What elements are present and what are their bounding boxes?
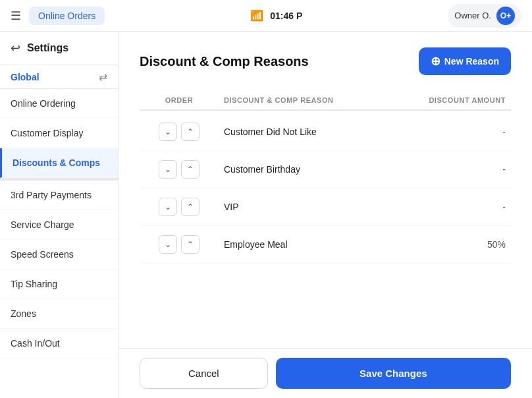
- sidebar-item-discounts-comps[interactable]: Discounts & Comps: [0, 148, 118, 178]
- order-up-btn-2[interactable]: ⌃: [181, 160, 200, 179]
- back-icon[interactable]: ↩: [11, 41, 20, 55]
- topbar-right: Owner O. O+: [448, 4, 521, 28]
- owner-name: Owner O.: [454, 11, 491, 20]
- discount-amount-3: -: [406, 202, 511, 212]
- online-orders-button[interactable]: Online Orders: [29, 7, 105, 25]
- order-down-btn-4[interactable]: ⌄: [159, 235, 177, 254]
- topbar-left: ☰ Online Orders: [11, 7, 105, 25]
- reason-name-4: Employee Meal: [219, 239, 406, 250]
- order-down-btn-2[interactable]: ⌄: [159, 160, 177, 179]
- sidebar-nav: Online Ordering Customer Display Discoun…: [0, 89, 118, 398]
- plus-circle-icon: ⊕: [431, 54, 440, 69]
- new-reason-label: New Reason: [444, 56, 499, 67]
- order-up-btn-1[interactable]: ⌃: [181, 123, 200, 141]
- sidebar-item-cash-in-out[interactable]: Cash In/Out: [0, 329, 118, 358]
- topbar: ☰ Online Orders 📶 01:46 P Owner O. O+: [0, 0, 532, 32]
- content-inner: Discount & Comp Reasons ⊕ New Reason ORD…: [119, 32, 532, 348]
- reason-name-3: VIP: [219, 202, 406, 212]
- col-reason-header: DISCOUNT & COMP REASON: [219, 96, 406, 104]
- sidebar-item-customer-display[interactable]: Customer Display: [0, 119, 118, 148]
- sidebar: ↩ Settings Global ⇄ Online Ordering Cust…: [0, 32, 119, 398]
- hamburger-icon[interactable]: ☰: [11, 9, 21, 23]
- discount-amount-1: -: [406, 127, 511, 137]
- order-controls-2: ⌄ ⌃: [140, 160, 219, 179]
- col-order-header: ORDER: [140, 96, 219, 104]
- order-controls-1: ⌄ ⌃: [140, 123, 219, 141]
- sidebar-header: ↩ Settings: [0, 32, 118, 65]
- tab-global[interactable]: Global: [11, 72, 40, 82]
- sidebar-item-3rd-party-payments[interactable]: 3rd Party Payments: [0, 181, 118, 210]
- main-layout: ↩ Settings Global ⇄ Online Ordering Cust…: [0, 32, 532, 398]
- sidebar-item-online-ordering[interactable]: Online Ordering: [0, 89, 118, 119]
- topbar-center: 📶 01:46 P: [250, 9, 302, 22]
- order-controls-4: ⌄ ⌃: [140, 235, 219, 254]
- order-down-btn-3[interactable]: ⌄: [159, 198, 177, 216]
- new-reason-button[interactable]: ⊕ New Reason: [419, 47, 511, 75]
- sidebar-item-tip-sharing[interactable]: Tip Sharing: [0, 270, 118, 299]
- order-up-btn-4[interactable]: ⌃: [181, 235, 200, 254]
- shuffle-icon[interactable]: ⇄: [99, 71, 107, 83]
- cancel-button[interactable]: Cancel: [140, 358, 268, 389]
- table-row: ⌄ ⌃ Customer Did Not Like -: [140, 113, 511, 151]
- table-row: ⌄ ⌃ VIP -: [140, 188, 511, 226]
- content-footer: Cancel Save Changes: [119, 348, 532, 398]
- sidebar-tabs: Global ⇄: [0, 65, 118, 89]
- wifi-icon: 📶: [250, 9, 263, 22]
- reason-name-1: Customer Did Not Like: [219, 127, 406, 137]
- table-row: ⌄ ⌃ Employee Meal 50%: [140, 226, 511, 264]
- discount-amount-4: 50%: [406, 239, 511, 250]
- col-amount-header: DISCOUNT AMOUNT: [406, 96, 511, 104]
- reason-name-2: Customer Birthday: [219, 164, 406, 175]
- order-up-btn-3[interactable]: ⌃: [181, 198, 200, 216]
- owner-avatar: O+: [496, 7, 515, 25]
- sidebar-title: Settings: [27, 42, 68, 54]
- content-header: Discount & Comp Reasons ⊕ New Reason: [140, 47, 511, 75]
- table-header: ORDER DISCOUNT & COMP REASON DISCOUNT AM…: [140, 91, 511, 111]
- sidebar-item-speed-screens[interactable]: Speed Screens: [0, 240, 118, 270]
- order-down-btn-1[interactable]: ⌄: [159, 123, 177, 141]
- topbar-time: 01:46 P: [270, 11, 302, 21]
- owner-badge[interactable]: Owner O. O+: [448, 4, 521, 28]
- order-controls-3: ⌄ ⌃: [140, 198, 219, 216]
- discount-amount-2: -: [406, 164, 511, 175]
- page-title: Discount & Comp Reasons: [140, 54, 309, 69]
- sidebar-item-zones[interactable]: Zones: [0, 299, 118, 329]
- sidebar-item-service-charge[interactable]: Service Charge: [0, 210, 118, 240]
- content-area: Discount & Comp Reasons ⊕ New Reason ORD…: [119, 32, 532, 398]
- table-row: ⌄ ⌃ Customer Birthday -: [140, 151, 511, 188]
- save-changes-button[interactable]: Save Changes: [276, 358, 511, 389]
